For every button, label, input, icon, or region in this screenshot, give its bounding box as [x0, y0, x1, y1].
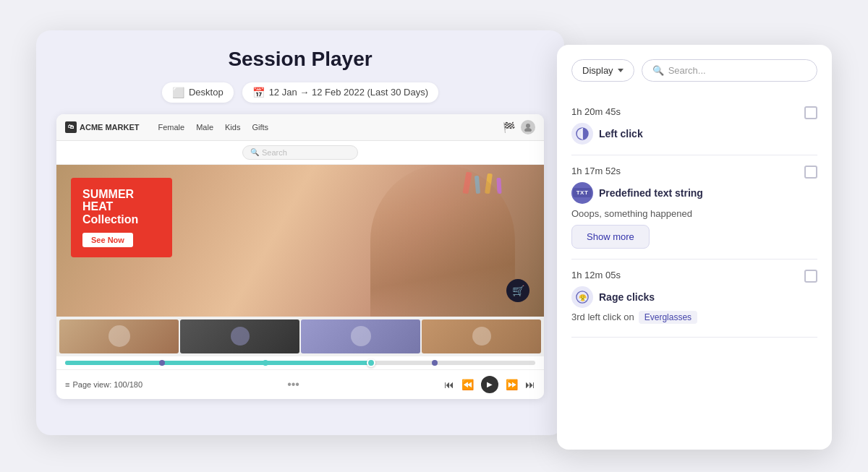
event-checkbox-1[interactable] [804, 106, 817, 119]
promo-line2: HEAT [82, 200, 161, 213]
woman-overlay [370, 165, 515, 317]
left-click-icon [571, 123, 593, 145]
display-button[interactable]: Display [571, 59, 634, 82]
date-range-pill[interactable]: 📅 12 Jan → 12 Feb 2022 (Last 30 Days) [242, 82, 438, 103]
thumbnail-strip [56, 317, 544, 356]
rage-click-icon: 😤 [571, 286, 593, 308]
thumb-3 [301, 319, 420, 353]
device-pill[interactable]: ⬜ Desktop [162, 82, 234, 103]
promo-cta-button[interactable]: See Now [82, 233, 133, 247]
event-detail-row-3: 3rd left click on Everglasses [571, 311, 817, 324]
nav-links: Female Male Kids Gifts [158, 123, 496, 132]
more-options-icon[interactable]: ••• [287, 378, 299, 391]
event-checkbox-3[interactable] [804, 270, 817, 283]
event-checkbox-2[interactable] [804, 166, 817, 179]
progress-dot [367, 359, 375, 367]
promo-box: SUMMER HEAT Collection See Now [71, 178, 172, 258]
svg-text:😤: 😤 [579, 293, 587, 301]
svg-point-1 [524, 128, 532, 132]
cart-button[interactable]: 🛒 [506, 279, 529, 302]
player-controls: ≡ Page view: 100/180 ••• ⏮ ⏪ ▶ ⏩ ⏭ [56, 369, 544, 399]
svg-point-0 [526, 124, 530, 128]
search-icon-small: 🔍 [250, 148, 259, 156]
nav-link-kids[interactable]: Kids [225, 123, 240, 132]
event-label-2: Predefined text string [599, 187, 703, 199]
bag-icon: 🛍 [65, 121, 77, 133]
thumb-1 [59, 319, 179, 353]
user-avatar [521, 120, 535, 134]
store-name: ACME MARKET [80, 123, 140, 132]
skip-to-end-button[interactable]: ⏭ [525, 379, 535, 390]
event-detail-tag: Everglasses [639, 311, 697, 324]
page-title: Session Player [56, 48, 544, 71]
panel-header: Display 🔍 Search... [571, 59, 817, 82]
controls-row: ⬜ Desktop 📅 12 Jan → 12 Feb 2022 (Last 3… [56, 82, 544, 103]
event-sublabel-2: Ooops, something happened [571, 208, 817, 219]
chevron-down-icon [618, 69, 624, 72]
event-item-rage-click: 1h 12m 05s 😤 Rage clicks 3rd left click … [571, 259, 817, 334]
rewind-button[interactable]: ⏪ [461, 379, 474, 390]
browser-mock: 🛍 ACME MARKET Female Male Kids Gifts 🏁 [56, 114, 544, 399]
page-info: ≡ Page view: 100/180 [65, 380, 142, 389]
display-label: Display [582, 65, 613, 76]
progress-track[interactable] [65, 361, 535, 365]
page-view-label: Page view: 100/180 [72, 380, 142, 389]
event-detail-prefix: 3rd left click on [571, 312, 634, 322]
play-button[interactable]: ▶ [481, 376, 498, 393]
show-more-button[interactable]: Show more [571, 225, 650, 249]
thumb-2 [180, 319, 299, 353]
session-player-panel: Session Player ⬜ Desktop 📅 12 Jan → 12 F… [36, 30, 564, 435]
panel-divider [571, 337, 817, 338]
progress-marker-2 [263, 360, 268, 366]
browser-nav: 🛍 ACME MARKET Female Male Kids Gifts 🏁 [56, 114, 544, 141]
playback-controls: ⏮ ⏪ ▶ ⏩ ⏭ [444, 376, 535, 393]
search-placeholder-text: Search [262, 148, 287, 157]
txt-icon: TXT [571, 182, 593, 204]
events-search-container[interactable]: 🔍 Search... [642, 59, 817, 82]
promo-line3: Collection [82, 213, 161, 226]
list-icon: ≡ [65, 380, 69, 389]
site-search-bar[interactable]: 🔍 Search [242, 145, 358, 160]
store-logo: 🛍 ACME MARKET [65, 121, 140, 133]
event-time-2: 1h 17m 52s [571, 166, 817, 176]
nav-actions: 🏁 [503, 120, 535, 134]
calendar-icon: 📅 [252, 87, 265, 98]
event-item-text-string: 1h 17m 52s TXT Predefined text string Oo… [571, 155, 817, 259]
promo-line1: SUMMER [82, 188, 161, 201]
event-type-row-1: Left click [571, 123, 817, 145]
event-type-row-3: 😤 Rage clicks [571, 286, 817, 308]
device-label: Desktop [189, 87, 224, 98]
fast-forward-button[interactable]: ⏩ [506, 379, 518, 390]
event-label-1: Left click [599, 128, 643, 140]
progress-marker-3 [432, 360, 438, 366]
nav-link-gifts[interactable]: Gifts [252, 123, 268, 132]
progress-bar-container [56, 356, 544, 369]
event-item-left-click: 1h 20m 45s Left click [571, 96, 817, 155]
search-placeholder: Search... [668, 65, 706, 76]
nav-link-female[interactable]: Female [158, 123, 185, 132]
txt-badge-text: TXT [573, 188, 592, 197]
nav-search-container: 🔍 Search [56, 141, 544, 165]
event-time-1: 1h 20m 45s [571, 106, 817, 117]
desktop-icon: ⬜ [172, 87, 184, 98]
thumb-4 [422, 319, 541, 353]
flag-icon: 🏁 [503, 121, 515, 133]
date-range-label: 12 Jan → 12 Feb 2022 (Last 30 Days) [269, 87, 428, 98]
promo-text: SUMMER HEAT Collection [82, 188, 161, 226]
nav-link-male[interactable]: Male [196, 123, 213, 132]
search-icon: 🔍 [652, 65, 664, 76]
skip-to-start-button[interactable]: ⏮ [444, 379, 454, 390]
hero-section: SUMMER HEAT Collection See Now 🛒 [56, 165, 544, 317]
event-type-row-2: TXT Predefined text string [571, 182, 817, 204]
event-label-3: Rage clicks [599, 291, 655, 303]
progress-fill [65, 361, 371, 365]
progress-marker-1 [159, 360, 165, 366]
events-panel: Display 🔍 Search... 1h 20m 45s Left c [557, 45, 832, 450]
event-time-3: 1h 12m 05s [571, 270, 817, 280]
